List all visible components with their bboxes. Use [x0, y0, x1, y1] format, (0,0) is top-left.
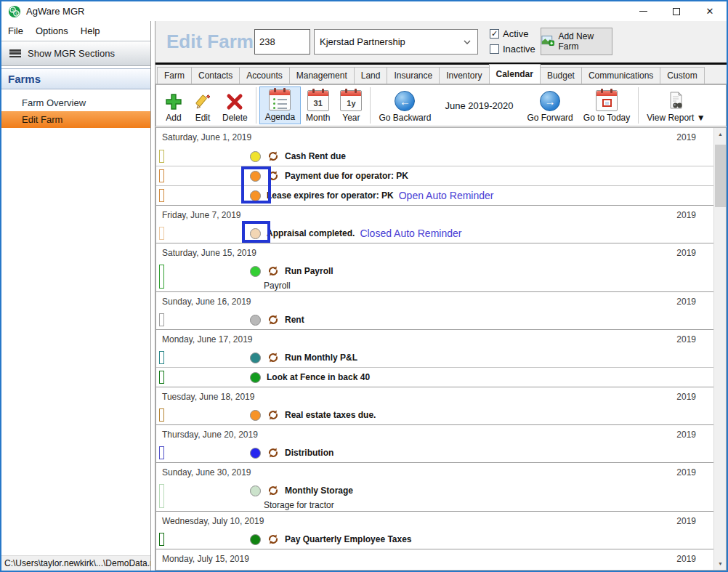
recurring-icon	[267, 352, 279, 363]
tab-management[interactable]: Management	[289, 67, 355, 84]
go-to-today-button[interactable]: Go to Today	[578, 86, 636, 124]
chevron-down-icon	[464, 40, 471, 44]
minimize-button[interactable]	[626, 1, 660, 21]
go-backward-button[interactable]: ← Go Backward	[373, 86, 436, 124]
agenda-event-row[interactable]: Pay Quarterly Employee Taxes	[156, 530, 715, 549]
sidebar-nav: Farm OverviewEdit Farm	[1, 94, 150, 128]
tab-inventory[interactable]: Inventory	[439, 67, 489, 84]
tab-insurance[interactable]: Insurance	[387, 67, 440, 84]
event-stripe	[159, 446, 164, 459]
tab-custom[interactable]: Custom	[660, 67, 704, 84]
auto-reminder-link[interactable]: Open Auto Reminder	[399, 190, 494, 201]
today-calendar-icon	[596, 90, 618, 111]
arrow-left-icon: ←	[395, 91, 415, 111]
svg-text:S: S	[12, 7, 15, 12]
event-stripe	[159, 408, 164, 422]
agenda-day-header: Saturday, June 1, 20192019	[156, 128, 715, 147]
toolbar-separator	[256, 87, 256, 124]
event-title: Distribution	[285, 448, 333, 458]
show-mgr-sections-button[interactable]: Show MGR Sections	[1, 41, 150, 66]
maximize-icon	[673, 8, 680, 15]
close-button[interactable]: ✕	[693, 1, 727, 21]
agenda-event-row[interactable]: Real estate taxes due.	[156, 406, 715, 424]
agenda-event-row[interactable]: Lease expires for operator: PKOpen Auto …	[156, 185, 715, 205]
toolbar-separator	[370, 87, 371, 124]
agenda-day-header: Sunday, June 16, 20192019	[156, 291, 715, 310]
delete-x-icon	[225, 92, 244, 111]
edit-button[interactable]: Edit	[188, 86, 217, 124]
month-view-button[interactable]: 31 Month	[301, 86, 335, 124]
app-window: S S AgWare MGR ✕ FileOptionsHelp Show MG…	[0, 0, 728, 572]
scroll-up-button[interactable]: ▲	[714, 128, 727, 140]
panel-splitter[interactable]	[150, 21, 155, 571]
auto-reminder-link[interactable]: Closed Auto Reminder	[360, 227, 461, 239]
year-view-button[interactable]: 1y Year	[335, 86, 367, 124]
go-forward-button[interactable]: → Go Forward	[522, 86, 578, 124]
recurring-icon	[267, 485, 279, 496]
view-report-button[interactable]: View Report ▼	[642, 86, 710, 124]
event-stripe	[159, 351, 164, 364]
inactive-label: Inactive	[503, 44, 535, 55]
tab-budget[interactable]: Budget	[540, 67, 582, 84]
agenda-day-date: Saturday, June 1, 2019	[162, 132, 676, 142]
menu-file[interactable]: File	[8, 25, 23, 36]
agenda-event-row[interactable]: Appraisal completed.Closed Auto Reminder	[156, 224, 715, 243]
agenda-event-row[interactable]: Cash Rent due	[156, 147, 715, 166]
tab-calendar[interactable]: Calendar	[489, 64, 541, 84]
tab-farm[interactable]: Farm	[157, 67, 192, 84]
agenda-day-year: 2019	[676, 430, 696, 440]
menubar: FileOptionsHelp	[1, 21, 150, 41]
tab-accounts[interactable]: Accounts	[239, 67, 289, 84]
agenda-view-button[interactable]: Agenda	[259, 86, 301, 124]
delete-button[interactable]: Delete	[217, 86, 253, 124]
agenda-day-header: Wednesday, July 10, 20192019	[156, 511, 715, 530]
vertical-scrollbar[interactable]: ▲ ▼	[713, 128, 726, 570]
event-title: Payment due for operator: PK	[285, 171, 408, 181]
tab-communications[interactable]: Communications	[581, 67, 660, 84]
add-new-farm-button[interactable]: Add New Farm	[541, 28, 612, 55]
tab-contacts[interactable]: Contacts	[191, 67, 240, 84]
agenda-event-row[interactable]: Payment due for operator: PK	[156, 166, 715, 185]
agenda-day-header: Sunday, June 30, 20192019	[156, 462, 715, 481]
event-title: Monthly Storage	[285, 486, 353, 496]
event-color-dot	[250, 266, 261, 277]
scroll-down-button[interactable]: ▼	[714, 557, 727, 570]
add-button[interactable]: Add	[159, 86, 188, 124]
sidebar-item-farm-overview[interactable]: Farm Overview	[1, 94, 150, 111]
agenda-event-row[interactable]: Distribution	[156, 443, 715, 462]
agenda-event-row[interactable]: Rent	[156, 310, 715, 329]
event-stripe	[159, 371, 164, 384]
event-color-dot	[250, 151, 261, 162]
event-color-dot	[250, 534, 261, 545]
left-panel: FileOptionsHelp Show MGR Sections Farms …	[1, 21, 150, 571]
agenda-event-row[interactable]: Look at Fence in back 40	[156, 367, 715, 387]
farm-id-input[interactable]	[254, 29, 310, 55]
recurring-icon	[267, 447, 279, 459]
minimize-icon	[639, 11, 647, 12]
active-checkbox-row: ✓ Active	[490, 26, 535, 41]
agenda-day-header: Monday, July 15, 20192019	[156, 549, 715, 568]
scrollbar-thumb[interactable]	[715, 145, 726, 207]
agenda-event-row[interactable]: Monthly StorageStorage for tractor	[156, 481, 715, 511]
maximize-button[interactable]	[660, 1, 693, 21]
recurring-icon	[267, 265, 279, 277]
add-new-farm-label: Add New Farm	[558, 31, 612, 52]
event-stripe	[159, 189, 164, 202]
menu-options[interactable]: Options	[36, 25, 68, 36]
farm-header-band: Edit Farm Kjerstad Partnership ✓ Active …	[155, 21, 727, 63]
active-checkbox[interactable]: ✓	[490, 29, 499, 39]
menu-help[interactable]: Help	[81, 25, 100, 36]
close-icon: ✕	[706, 7, 714, 16]
sidebar-item-edit-farm[interactable]: Edit Farm	[1, 111, 150, 128]
date-range-label: June 2019-2020	[445, 100, 513, 111]
inactive-checkbox[interactable]	[490, 44, 499, 54]
farm-name-combobox[interactable]: Kjerstad Partnership	[314, 29, 478, 55]
farms-section-header[interactable]: Farms	[1, 68, 150, 89]
recurring-icon	[267, 409, 279, 421]
agenda-event-row[interactable]: Run PayrollPayroll	[156, 262, 715, 291]
agenda-day-date: Sunday, June 16, 2019	[162, 297, 676, 307]
agenda-day-date: Wednesday, July 10, 2019	[162, 516, 676, 526]
recurring-icon	[267, 314, 279, 326]
tab-land[interactable]: Land	[354, 67, 388, 84]
agenda-event-row[interactable]: Run Monthly P&L	[156, 348, 715, 367]
